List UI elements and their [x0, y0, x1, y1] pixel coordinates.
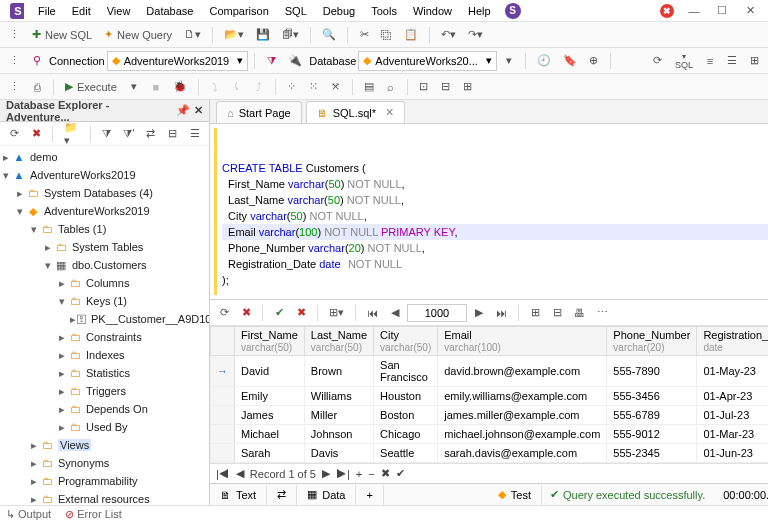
table-row[interactable]: →DavidBrownSan Franciscodavid.brown@exam… [211, 356, 769, 387]
tree-node[interactable]: Programmability [58, 475, 137, 487]
cell[interactable]: Chicago [374, 425, 438, 444]
menu-comparison[interactable]: Comparison [201, 3, 276, 19]
pin-icon[interactable]: 📌 [176, 104, 190, 117]
cell[interactable]: james.miller@example.com [438, 406, 607, 425]
window-close-button[interactable]: ✕ [736, 2, 764, 20]
cell[interactable]: Boston [374, 406, 438, 425]
cell[interactable]: Miller [304, 406, 373, 425]
next-page-button[interactable]: ▶ [469, 303, 489, 323]
cut-button[interactable]: ✂ [354, 25, 374, 45]
menu-database[interactable]: Database [138, 3, 201, 19]
menu-sql[interactable]: SQL [277, 3, 315, 19]
test-button[interactable]: ◆Test [488, 485, 542, 505]
refresh-grid-button[interactable]: ⟳ [214, 303, 234, 323]
props-button[interactable]: ☰ [185, 124, 205, 144]
tree-node[interactable]: Triggers [86, 385, 126, 397]
cell[interactable]: Williams [304, 387, 373, 406]
tree-node-pk[interactable]: PK__Customer__A9D105... [91, 313, 209, 325]
cell[interactable]: 01-Jul-23 [697, 406, 768, 425]
database-combo[interactable]: ◆ AdventureWorks20...▾ [358, 51, 497, 71]
menu-help[interactable]: Help [460, 3, 499, 19]
column-header[interactable]: Cityvarchar(50) [374, 327, 438, 356]
table-row[interactable]: MichaelJohnsonChicagomichael.johnson@exa… [211, 425, 769, 444]
sql-editor[interactable]: CREATE TABLE Customers ( First_Name varc… [210, 124, 768, 300]
explorer-tree[interactable]: ▸▲demo ▾▲AdventureWorks2019 ▸🗀System Dat… [0, 146, 209, 505]
cell[interactable]: 555-3456 [607, 387, 697, 406]
menu-view[interactable]: View [99, 3, 139, 19]
menu-debug[interactable]: Debug [315, 3, 363, 19]
menu-file[interactable]: File [30, 3, 64, 19]
tree-node[interactable]: AdventureWorks2019 [44, 205, 150, 217]
new-sql-button[interactable]: ✚New SQL [27, 25, 97, 45]
filter-icon[interactable]: ⧩ [261, 51, 281, 71]
cell[interactable]: Sarah [235, 444, 305, 463]
add-view-button[interactable]: + [356, 485, 383, 505]
column-header[interactable]: Phone_Numbervarchar(20) [607, 327, 697, 356]
exec-opt-button[interactable]: ⎙ [27, 77, 47, 97]
apply-edit-button[interactable]: ✔ [396, 467, 405, 480]
cell[interactable]: 01-Apr-23 [697, 387, 768, 406]
sql-mode-button[interactable]: ▾SQL [670, 51, 698, 71]
stop-grid-button[interactable]: ✖ [236, 303, 256, 323]
tree-node[interactable]: Synonyms [58, 457, 109, 469]
tree-node[interactable]: Constraints [86, 331, 142, 343]
step-out-button[interactable]: ⤴ [249, 77, 269, 97]
column-header[interactable]: Emailvarchar(100) [438, 327, 607, 356]
cell[interactable]: Brown [304, 356, 373, 387]
find-button[interactable]: ⌕ [381, 77, 401, 97]
cell[interactable]: 555-7890 [607, 356, 697, 387]
execute-button[interactable]: ▶Execute [60, 77, 122, 97]
cell[interactable]: 555-2345 [607, 444, 697, 463]
cell[interactable]: sarah.davis@example.com [438, 444, 607, 463]
save-button[interactable]: 💾 [251, 25, 275, 45]
dropdown-1-button[interactable]: 🗋▾ [179, 25, 206, 45]
notification-badge-icon[interactable]: ✖ [660, 4, 674, 18]
new-folder-button[interactable]: 📁▾ [59, 124, 84, 144]
db-plug-icon[interactable]: 🔌 [283, 51, 307, 71]
prev-record-button[interactable]: ◀ [236, 467, 244, 480]
tree-node[interactable]: System Tables [72, 241, 143, 253]
tree-node[interactable]: Statistics [86, 367, 130, 379]
output-tab[interactable]: ↳ Output [6, 508, 51, 521]
window-maximize-button[interactable]: ☐ [708, 2, 736, 20]
paste-button[interactable]: 📋 [399, 25, 423, 45]
commit-button[interactable]: ✔ [269, 303, 289, 323]
sort-tree-button[interactable]: ⧩' [119, 124, 139, 144]
last-record-button[interactable]: ⯈| [336, 468, 350, 480]
split-view-button[interactable]: ⇄ [267, 485, 297, 505]
first-page-button[interactable]: ⏮ [362, 303, 383, 323]
cancel-edit-button[interactable]: ✖ [381, 467, 390, 480]
copy-button[interactable]: ⿻ [376, 25, 397, 45]
misc-2-button[interactable]: ⊟ [436, 77, 456, 97]
cell[interactable]: Emily [235, 387, 305, 406]
cell[interactable]: michael.johnson@example.com [438, 425, 607, 444]
delete-node-button[interactable]: ✖ [26, 124, 46, 144]
table-row[interactable]: JamesMillerBostonjames.miller@example.co… [211, 406, 769, 425]
results-grid[interactable]: First_Namevarchar(50)Last_Namevarchar(50… [210, 326, 768, 463]
print-button[interactable]: 🖶 [569, 303, 590, 323]
uncomment-button[interactable]: ⁙ [304, 77, 324, 97]
layout-3-button[interactable]: ⊞ [744, 51, 764, 71]
cell[interactable]: San Francisco [374, 356, 438, 387]
search-button[interactable]: 🔍 [317, 25, 341, 45]
tree-node[interactable]: External resources [58, 493, 150, 505]
add-record-button[interactable]: + [356, 468, 362, 480]
export-csv-button[interactable]: ⊟ [547, 303, 567, 323]
redo-button[interactable]: ↷▾ [463, 25, 488, 45]
menu-edit[interactable]: Edit [64, 3, 99, 19]
column-header[interactable]: Last_Namevarchar(50) [304, 327, 373, 356]
new-conn-button[interactable]: ⊕ [584, 51, 604, 71]
tab-start-page[interactable]: ⌂Start Page [216, 101, 302, 123]
cell[interactable]: 555-6789 [607, 406, 697, 425]
delete-record-button[interactable]: − [368, 468, 374, 480]
stop-button[interactable]: ■ [146, 77, 166, 97]
filter-tree-button[interactable]: ⧩ [97, 124, 117, 144]
step-over-button[interactable]: ⤵ [205, 77, 225, 97]
rollback-button[interactable]: ✖ [291, 303, 311, 323]
misc-1-button[interactable]: ⊡ [414, 77, 434, 97]
grid-mode-button[interactable]: ⊞▾ [324, 303, 349, 323]
table-row[interactable]: EmilyWilliamsHoustonemily.williams@examp… [211, 387, 769, 406]
tree-node-dbo-customers[interactable]: dbo.Customers [72, 259, 147, 271]
next-record-button[interactable]: ▶ [322, 467, 330, 480]
tree-node[interactable]: Keys (1) [86, 295, 127, 307]
